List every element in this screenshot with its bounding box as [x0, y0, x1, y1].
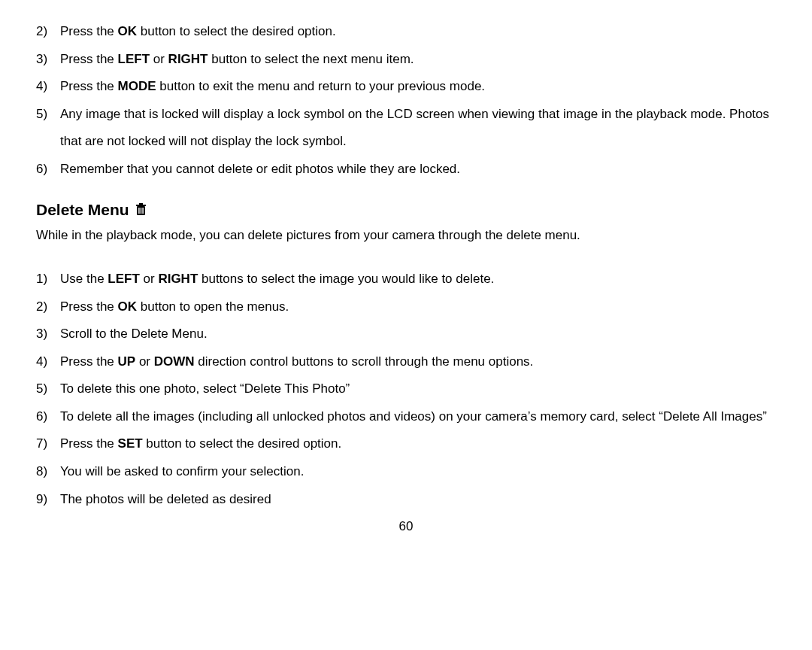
list-text: To delete all the images (including all … — [60, 403, 776, 431]
trash-icon — [135, 203, 147, 216]
list-text: Press the OK button to select the desire… — [60, 18, 776, 46]
list-item: 5)Any image that is locked will display … — [36, 101, 776, 156]
list-item: 1)Use the LEFT or RIGHT buttons to selec… — [36, 266, 776, 293]
list-number: 5) — [36, 375, 60, 403]
svg-rect-4 — [136, 205, 146, 206]
svg-rect-2 — [141, 208, 141, 214]
list-number: 9) — [36, 486, 60, 514]
list-number: 2) — [36, 293, 60, 321]
svg-rect-5 — [139, 203, 143, 205]
list-item: 5)To delete this one photo, select “Dele… — [36, 375, 776, 403]
list-number: 4) — [36, 348, 60, 376]
heading-text: Delete Menu — [36, 199, 129, 220]
list-item: 6)To delete all the images (including al… — [36, 403, 776, 431]
list-number: 6) — [36, 156, 60, 184]
list-number: 3) — [36, 320, 60, 348]
list-item: 2)Press the OK button to open the menus. — [36, 293, 776, 321]
list-item: 2)Press the OK button to select the desi… — [36, 18, 776, 46]
list-number: 2) — [36, 18, 60, 46]
list-text: The photos will be deleted as desired — [60, 486, 776, 514]
section-heading-delete-menu: Delete Menu — [36, 199, 776, 220]
list-text: Any image that is locked will display a … — [60, 101, 776, 156]
list-item: 8)You will be asked to confirm your sele… — [36, 458, 776, 486]
delete-menu-intro: While in the playback mode, you can dele… — [36, 222, 776, 250]
list-item: 4)Press the UP or DOWN direction control… — [36, 348, 776, 376]
svg-rect-3 — [142, 208, 143, 214]
list-number: 5) — [36, 101, 60, 129]
list-item: 3)Scroll to the Delete Menu. — [36, 320, 776, 348]
list-item: 6)Remember that you cannot delete or edi… — [36, 156, 776, 184]
list-text: To delete this one photo, select “Delete… — [60, 375, 776, 403]
list-text: Use the LEFT or RIGHT buttons to select … — [60, 266, 776, 293]
list-text: Press the SET button to select the desir… — [60, 430, 776, 458]
list-item: 7)Press the SET button to select the des… — [36, 430, 776, 458]
list-item: 3)Press the LEFT or RIGHT button to sele… — [36, 46, 776, 74]
list-number: 3) — [36, 46, 60, 74]
list-item: 9)The photos will be deleted as desired — [36, 486, 776, 514]
list-text: You will be asked to confirm your select… — [60, 458, 776, 486]
list-number: 4) — [36, 73, 60, 101]
list-item: 4)Press the MODE button to exit the menu… — [36, 73, 776, 101]
instruction-list-2: 1)Use the LEFT or RIGHT buttons to selec… — [36, 266, 776, 513]
list-text: Remember that you cannot delete or edit … — [60, 156, 776, 184]
list-text: Press the LEFT or RIGHT button to select… — [60, 46, 776, 74]
list-number: 7) — [36, 430, 60, 458]
svg-rect-1 — [138, 208, 139, 214]
list-text: Press the UP or DOWN direction control b… — [60, 348, 776, 376]
list-number: 6) — [36, 403, 60, 431]
list-number: 8) — [36, 458, 60, 486]
instruction-list-1: 2)Press the OK button to select the desi… — [36, 18, 776, 183]
list-text: Press the MODE button to exit the menu a… — [60, 73, 776, 101]
list-text: Scroll to the Delete Menu. — [60, 320, 776, 348]
list-number: 1) — [36, 266, 60, 293]
page-number: 60 — [36, 513, 776, 541]
list-text: Press the OK button to open the menus. — [60, 293, 776, 321]
